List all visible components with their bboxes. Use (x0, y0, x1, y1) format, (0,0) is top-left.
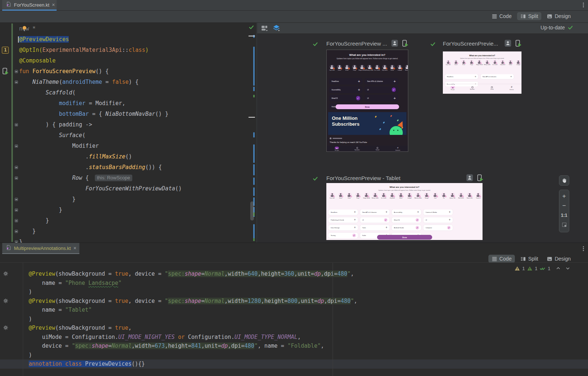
close-icon[interactable]: × (74, 246, 76, 251)
code-token: = (155, 271, 165, 277)
fold-marker-down[interactable] (15, 176, 18, 180)
weak-warning-icon[interactable] (527, 266, 533, 271)
fold-marker-down[interactable] (15, 80, 18, 84)
code-line: annotation class PreviewDevices(){} (0, 359, 588, 369)
zoom-in-button[interactable]: + (562, 193, 566, 199)
code-token: , (132, 343, 135, 349)
passed-count[interactable]: 1 (548, 266, 550, 271)
zoom-out-button[interactable]: − (562, 203, 566, 209)
preview-title: ForYouScreenPrevie... (443, 40, 498, 47)
fold-marker-down[interactable] (15, 70, 18, 73)
weak-warning-count[interactable]: 1 (535, 266, 537, 271)
chevron-up-icon[interactable] (556, 266, 561, 271)
code-token: true (115, 325, 128, 331)
error-stripe[interactable] (247, 23, 256, 243)
chip-label: Kotlin (362, 234, 366, 236)
layers-icon[interactable] (273, 24, 280, 33)
kebab-menu-icon[interactable] (583, 246, 584, 251)
run-on-device-icon[interactable] (476, 174, 484, 182)
code-token (29, 280, 42, 286)
code-token: device (135, 298, 155, 304)
topic-avatar: Ice Cream (491, 60, 499, 65)
code-line: name = "Tablet" (0, 305, 588, 315)
avatar (330, 193, 334, 197)
kebab-menu-icon[interactable] (583, 3, 584, 7)
run-on-device-icon[interactable] (401, 39, 409, 47)
passed-check-icon[interactable] (539, 265, 545, 271)
scrollbar-thumb[interactable] (250, 201, 254, 221)
topic-avatar: Quince Tart (448, 193, 456, 199)
code-line: NiaTheme(androidTheme = false) { (0, 77, 256, 87)
topic-chip: Accessibility+ (329, 86, 363, 93)
warning-icon[interactable] (514, 266, 520, 271)
design-mode-button[interactable]: Design (544, 255, 574, 263)
code-token: true (115, 271, 128, 277)
close-icon[interactable]: × (52, 2, 55, 7)
tab-foryouscreen[interactable]: ForYouScreen.kt × (2, 0, 57, 11)
code-editor-primary[interactable]: now *@PreviewDevices@OptIn(ExperimentalM… (0, 23, 256, 243)
split-mode-button[interactable]: Split (517, 12, 541, 20)
topic-avatar: Ginger Bread (358, 65, 366, 71)
fold-marker-up[interactable] (15, 219, 18, 222)
code-token: unit (298, 271, 311, 277)
person-icon (331, 65, 333, 67)
preview-status: Up-to-date (541, 25, 573, 31)
topic-badge (378, 68, 380, 69)
fold-marker-up[interactable] (15, 198, 18, 201)
person-icon (331, 193, 333, 195)
topic-badge (359, 196, 361, 197)
gear-icon[interactable] (3, 298, 8, 305)
inspections-ok-icon[interactable] (248, 24, 254, 30)
code-token: ) (29, 289, 32, 295)
preview-thumbnail-landscape[interactable]: What are you interested in?Updates from … (443, 51, 521, 94)
code-token: " (165, 271, 168, 277)
nav-divider (443, 84, 521, 84)
topic-avatar: Lollipop (514, 60, 521, 65)
chip-label: Data Storage (331, 227, 340, 229)
fold-marker-down[interactable] (15, 123, 18, 126)
chip-label: Headlines (447, 76, 453, 78)
gear-icon[interactable] (3, 271, 8, 278)
topic-chip: Publishing & Distrib+ (329, 217, 358, 223)
code-line: name = "Phone Landsacpe" (0, 279, 588, 288)
warning-count[interactable]: 1 (522, 266, 525, 271)
preview-thumbnail-tablet[interactable]: What are you interested in?Updates from … (326, 183, 483, 240)
preview-canvas[interactable]: ForYouScreenPreview ... ForYouScreenPrev… (257, 34, 588, 243)
code-mode-button[interactable]: Code (488, 255, 515, 263)
code-token: showBackground (58, 298, 105, 304)
split-mode-button[interactable]: Split (517, 255, 541, 263)
code-token: , (261, 298, 264, 304)
zoom-fit-button[interactable] (562, 222, 567, 229)
zoom-actual-button[interactable]: 1:1 (561, 212, 567, 219)
person-icon (452, 193, 453, 195)
pan-button[interactable] (559, 175, 569, 186)
lightbulb-icon[interactable] (21, 25, 28, 33)
interactive-preview-icon[interactable] (504, 39, 512, 47)
preview-thumbnail-phone-dark[interactable]: What are you interested in?Updates from … (326, 50, 408, 152)
changed-lines-mark (253, 144, 255, 163)
code-token: PreviewDevices (85, 361, 132, 367)
preview-grid-layout-icon[interactable] (261, 25, 268, 33)
code-token: 480 (337, 271, 347, 277)
preview-count-badge[interactable]: 1 (2, 47, 9, 54)
code-editor-secondary[interactable]: @Preview(showBackground = true, device =… (0, 262, 588, 376)
person-icon (339, 65, 340, 67)
chevron-down-icon[interactable] (565, 266, 570, 271)
fold-marker-up[interactable] (15, 208, 18, 212)
avatar (367, 65, 372, 69)
fold-marker-up[interactable] (15, 230, 18, 233)
code-mode-button[interactable]: Code (488, 12, 515, 20)
design-mode-button[interactable]: Design (544, 12, 574, 20)
code-token: } (19, 228, 36, 234)
fold-marker-down[interactable] (15, 144, 18, 148)
run-on-device-icon[interactable] (514, 39, 522, 47)
fold-marker-up[interactable] (15, 166, 18, 169)
interactive-preview-icon[interactable] (391, 39, 398, 47)
person-icon (443, 193, 445, 195)
interactive-preview-icon[interactable] (466, 174, 473, 182)
tab-multipreview[interactable]: MultipreviewAnnotations.kt × (2, 243, 79, 254)
code-token: 360 (284, 271, 294, 277)
run-preview-gutter-icon[interactable] (1, 67, 9, 77)
gear-icon[interactable] (3, 325, 8, 332)
fold-line (15, 178, 17, 179)
